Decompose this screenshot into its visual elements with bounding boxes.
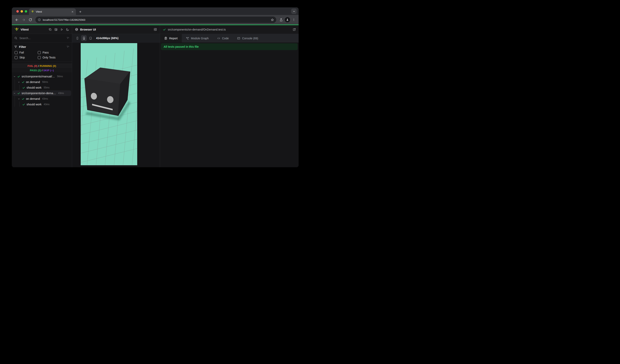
clear-search-filter-icon[interactable] [66,37,70,40]
filter-title: Filter [19,45,26,48]
dashboard-icon[interactable] [54,28,58,31]
tree-row-label: should work [27,103,42,106]
site-info-icon[interactable] [38,18,41,21]
checkbox[interactable] [38,51,41,54]
filter-section: Filter Fail Pass [12,43,72,62]
url-text[interactable]: localhost:5173/#/?file=1828625563 [43,18,268,21]
test-summary: FAIL (0) / RUNNING (0) PASS (2) / SKIP (… [12,64,72,73]
code-icon [217,37,220,40]
browser-menu-kebab-icon[interactable] [291,17,297,23]
viewport-area [72,43,160,167]
clear-filter-icon[interactable] [66,45,70,48]
pass-check-icon [22,97,25,100]
device-phone-plus-button[interactable] [81,35,87,41]
skip-count: SKIP (--) [43,69,54,72]
search-input[interactable] [19,37,64,40]
tree-row-file-manual[interactable]: src/components/manual/… 56ms [12,74,72,79]
browser-ui-header: Browser UI [72,25,160,34]
tab-report[interactable]: Report [160,34,182,43]
pass-check-icon [22,103,25,106]
panel-right-open-icon[interactable] [154,28,157,31]
app-title: Vitest [21,28,29,31]
pass-check-icon [17,75,20,78]
address-bar[interactable]: localhost:5173/#/?file=1828625563 [35,16,276,23]
chevron-down-icon[interactable] [18,98,20,100]
filter-checkbox-only-tests[interactable]: Only Tests [38,56,70,59]
summary-separator: / [37,64,40,67]
banner-text: All tests passed in this file [164,45,199,48]
chevron-down-icon[interactable] [13,75,16,78]
filter-checkbox-skip[interactable]: Skip [15,56,38,59]
tab-console[interactable]: Console (69) [233,34,262,43]
vitest-favicon-icon [31,10,34,14]
sidebar-header: Vitest [12,25,72,34]
device-phone-small-button[interactable] [75,35,80,41]
minimize-window-button[interactable] [21,10,23,13]
sidebar: Vitest [12,25,72,167]
checkbox[interactable] [15,51,17,54]
tree-row-suite-on-demand[interactable]: on demand 56ms [12,79,72,85]
checkbox[interactable] [15,56,17,59]
tab-code[interactable]: Code [213,34,233,43]
reload-button[interactable] [27,16,33,23]
pass-count: PASS (2) [30,69,41,72]
open-in-editor-icon[interactable] [48,28,52,31]
tab-strip: Vitest [12,7,299,15]
checkbox[interactable] [38,56,41,59]
chevron-down-icon[interactable] [13,92,16,94]
tab-label: Console (69) [242,37,258,40]
browser-ui-panel: Browser UI 414x896px [72,25,160,167]
browser-ui-title: Browser UI [80,28,96,31]
maximize-window-button[interactable] [25,10,27,13]
file-pass-check-icon [163,28,166,31]
tree-row-time: 43ms [44,103,49,106]
back-button[interactable] [14,16,20,23]
vitest-logo-icon [15,27,19,32]
running-count: RUNNING (0) [40,64,56,67]
new-tab-button[interactable] [78,9,83,14]
tree-row-time: 43ms [58,92,64,95]
report-file-header: src/components/on-demand/OnDemand.test.t… [160,25,299,34]
tab-label: Report [169,37,178,40]
filter-checkbox-pass[interactable]: Pass [38,51,70,54]
tree-row-suite-on-demand-2[interactable]: on demand 43ms [12,96,72,102]
traffic-lights [16,10,27,13]
dark-mode-moon-icon[interactable] [66,28,69,31]
browser-tab[interactable]: Vitest [29,8,76,15]
tree-row-label: on demand [26,97,40,100]
fail-count: FAIL (0) [28,64,37,67]
tree-row-time: 55ms [44,86,49,89]
tree-row-label: on demand [26,80,40,84]
filter-label-only-tests: Only Tests [43,56,56,59]
pass-check-icon [22,86,25,89]
report-clipboard-icon [164,37,167,40]
profile-avatar[interactable] [284,17,290,23]
forward-button[interactable] [20,16,27,23]
filter-checkbox-fail[interactable]: Fail [15,51,38,54]
tab-module-graph[interactable]: Module Graph [182,34,213,43]
bookmark-star-icon[interactable] [269,17,275,23]
tab-label: Module Graph [191,37,209,40]
report-content: All tests passed in this file [160,43,299,167]
run-all-icon[interactable] [60,28,63,31]
viewport-canvas[interactable] [81,43,137,165]
report-panel: src/components/on-demand/OnDemand.test.t… [160,25,299,167]
experiments-flask-icon[interactable] [278,17,284,23]
tab-label: Code [222,37,229,40]
tree-row-test-should-work-2[interactable]: should work 43ms [12,102,72,107]
tree-row-test-should-work[interactable]: should work 55ms [12,85,72,90]
tree-row-label: should work [27,86,42,89]
close-window-button[interactable] [16,10,19,13]
summary-separator: / [41,69,43,72]
filter-label-skip: Skip [19,56,25,59]
vitest-ui: Vitest [12,25,299,167]
avatar [285,17,290,22]
browser-window: Vitest [12,7,299,167]
search-row [12,34,72,43]
tab-close-icon[interactable] [71,10,74,13]
chevron-down-icon[interactable] [18,81,20,83]
device-tablet-button[interactable] [88,35,93,41]
open-external-icon[interactable] [293,28,296,31]
tree-row-file-on-demand[interactable]: src/components/on-dema… 43ms [13,90,71,96]
tab-search-button[interactable] [291,9,297,14]
